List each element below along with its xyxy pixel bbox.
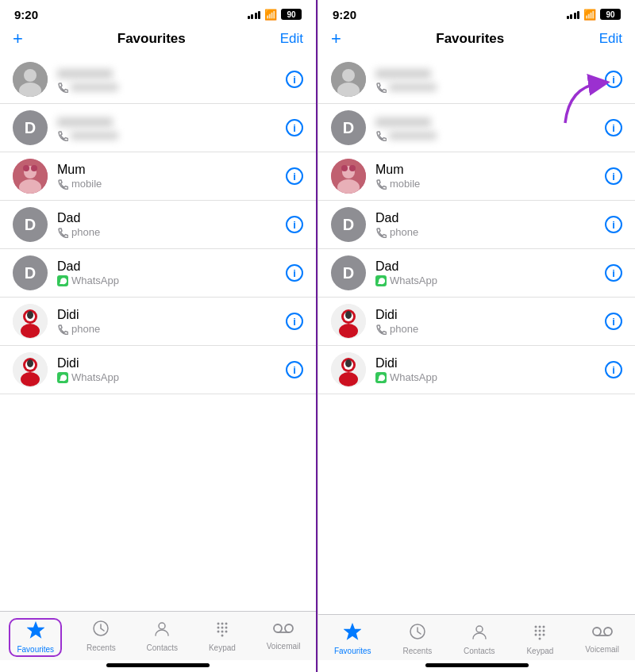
page-title: Favourites — [436, 31, 504, 47]
page-title: Favourites — [117, 31, 186, 47]
avatar: D — [13, 110, 48, 145]
list-item: D Dad phone i — [318, 201, 635, 249]
contacts-tab-icon — [471, 623, 488, 645]
avatar — [331, 304, 366, 339]
contact-subtitle-blurred — [71, 83, 118, 91]
svg-point-31 — [225, 631, 227, 633]
avatar: D — [331, 110, 366, 145]
info-button[interactable]: i — [605, 313, 622, 330]
svg-point-66 — [539, 634, 541, 636]
info-button[interactable]: i — [286, 71, 303, 88]
svg-point-67 — [543, 634, 545, 636]
info-button[interactable]: i — [286, 264, 303, 282]
contact-info: Dad phone — [375, 211, 605, 238]
voicemail-tab-label: Voicemail — [585, 645, 619, 654]
svg-point-68 — [539, 638, 541, 640]
contact-name: Mum — [57, 163, 86, 176]
svg-point-49 — [345, 311, 352, 319]
svg-point-42 — [341, 165, 348, 171]
recents-tab-icon — [92, 620, 110, 642]
home-indicator — [425, 663, 529, 667]
arrow-annotation — [553, 71, 613, 134]
avatar — [331, 159, 366, 194]
svg-point-1 — [24, 69, 37, 82]
voicemail-tab-icon — [592, 623, 613, 643]
contact-subtitle: WhatsApp — [57, 371, 286, 383]
contact-name-blurred — [57, 117, 113, 127]
svg-point-54 — [345, 359, 352, 367]
favourites-tab-label: Favourites — [334, 647, 371, 655]
svg-point-25 — [225, 623, 227, 625]
tab-contacts[interactable]: Contacts — [457, 621, 501, 657]
info-button[interactable]: i — [605, 216, 622, 233]
status-time: 9:20 — [333, 8, 356, 21]
list-item: Mum mobile i — [0, 152, 316, 201]
tab-voicemail[interactable]: Voicemail — [260, 618, 307, 652]
voicemail-tab-icon — [273, 620, 294, 640]
tab-voicemail[interactable]: Voicemail — [579, 621, 625, 655]
svg-point-29 — [217, 631, 219, 633]
list-item: D Dad WhatsApp i — [0, 249, 316, 298]
recents-tab-label: Recents — [403, 647, 433, 655]
contact-subtitle: phone — [57, 226, 286, 238]
list-item: Didi WhatsApp i — [0, 346, 316, 394]
contact-info: Mum mobile — [375, 163, 605, 190]
info-button[interactable]: i — [286, 361, 303, 378]
tab-contacts[interactable]: Contacts — [140, 618, 184, 654]
recents-tab-label: Recents — [87, 643, 116, 652]
svg-point-43 — [349, 165, 356, 171]
contact-subtitle-blurred — [71, 132, 118, 140]
tab-favourites[interactable]: Favourites — [9, 618, 62, 657]
contact-name: Didi — [375, 356, 398, 370]
favourites-tab-label: Favourites — [17, 645, 54, 654]
contacts-tab-label: Contacts — [464, 647, 495, 655]
list-item: D Dad phone i — [0, 201, 316, 249]
svg-point-6 — [23, 165, 29, 171]
svg-point-26 — [217, 627, 219, 629]
tab-favourites[interactable]: Favourites — [328, 621, 378, 657]
info-button[interactable]: i — [286, 167, 303, 185]
tab-recents[interactable]: Recents — [397, 621, 439, 657]
info-button[interactable]: i — [605, 167, 622, 185]
info-button[interactable]: i — [605, 361, 622, 378]
contact-subtitle-blurred — [389, 132, 437, 140]
edit-button[interactable]: Edit — [280, 31, 303, 47]
avatar: D — [331, 207, 366, 242]
info-button[interactable]: i — [286, 313, 303, 330]
favourites-tab-icon — [27, 621, 44, 643]
signal-bars — [248, 10, 261, 19]
tab-recents[interactable]: Recents — [80, 618, 122, 654]
svg-point-27 — [221, 627, 223, 629]
voicemail-tab-label: Voicemail — [267, 642, 301, 651]
contacts-tab-label: Contacts — [147, 643, 178, 652]
svg-point-65 — [535, 634, 537, 636]
contacts-tab-icon — [153, 620, 171, 642]
svg-point-60 — [539, 626, 541, 628]
svg-point-13 — [27, 311, 33, 319]
add-button[interactable]: + — [331, 29, 341, 49]
add-button[interactable]: + — [13, 29, 23, 49]
tab-keypad[interactable]: Keypad — [520, 621, 560, 657]
contact-name: Mum — [375, 163, 404, 176]
edit-button[interactable]: Edit — [599, 31, 622, 47]
info-button[interactable]: i — [605, 264, 622, 282]
battery-indicator: 90 — [281, 9, 302, 20]
tab-keypad[interactable]: Keypad — [202, 618, 242, 654]
contact-name-blurred — [375, 117, 431, 127]
keypad-tab-icon — [214, 620, 231, 642]
status-icons: 📶 90 — [567, 9, 622, 21]
svg-point-37 — [342, 69, 355, 82]
info-button[interactable]: i — [286, 119, 303, 136]
svg-point-32 — [221, 635, 223, 637]
keypad-tab-icon — [531, 623, 548, 645]
avatar: D — [13, 207, 48, 242]
list-item: Didi phone i — [318, 298, 635, 346]
avatar: D — [13, 255, 48, 290]
phone-panel-left: 9:20 📶 90 + Favourites Edit — [0, 0, 318, 672]
wifi-icon: 📶 — [583, 9, 596, 21]
signal-bar-3 — [574, 13, 576, 19]
contact-subtitle: phone — [375, 323, 605, 335]
signal-bar-1 — [248, 16, 250, 19]
contact-info: Dad WhatsApp — [375, 259, 605, 286]
info-button[interactable]: i — [286, 216, 303, 233]
